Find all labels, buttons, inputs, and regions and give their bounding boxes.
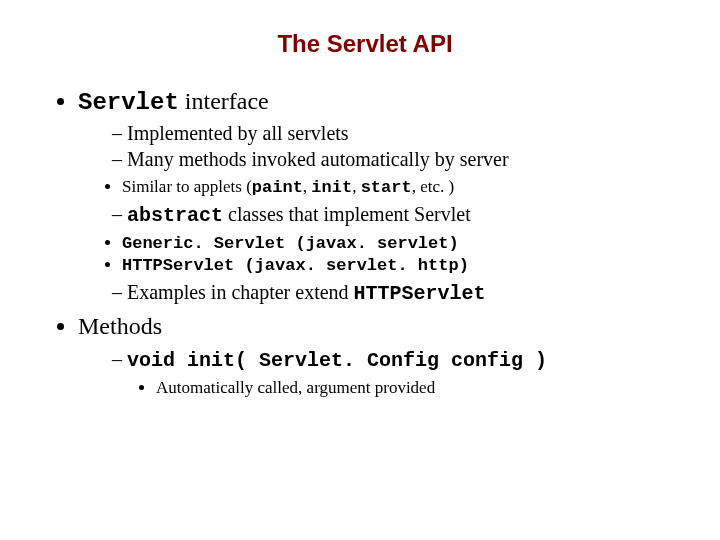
slide: The Servlet API Servlet interface Implem…: [0, 0, 720, 422]
subsub-similar-applets: Similar to applets (paint, init, start, …: [122, 177, 680, 197]
sublist: Implemented by all servlets Many methods…: [78, 122, 680, 171]
sub-abstract-classes: abstract classes that implement Servlet: [112, 203, 680, 227]
bullet-methods: Methods: [78, 313, 680, 340]
subsub-auto-called: Automatically called, argument provided: [156, 378, 680, 398]
bullet-servlet-interface: Servlet interface Implemented by all ser…: [78, 88, 680, 305]
code-servlet: Servlet: [78, 89, 179, 116]
subsublist: Similar to applets (paint, init, start, …: [78, 177, 680, 197]
sublist: void init( Servlet. Config config ): [50, 348, 680, 372]
subsublist: Generic. Servlet (javax. servlet) HTTPSe…: [78, 233, 680, 275]
sub-implemented: Implemented by all servlets: [112, 122, 680, 145]
sub-void-init: void init( Servlet. Config config ): [112, 348, 680, 372]
subsublist: Automatically called, argument provided: [50, 378, 680, 398]
subsub-generic-servlet: Generic. Servlet (javax. servlet): [122, 233, 680, 253]
bullet-list: Servlet interface Implemented by all ser…: [50, 88, 680, 340]
slide-title: The Servlet API: [50, 30, 680, 58]
sublist: Examples in chapter extend HTTPServlet: [78, 281, 680, 305]
sublist: abstract classes that implement Servlet: [78, 203, 680, 227]
sub-examples-extend: Examples in chapter extend HTTPServlet: [112, 281, 680, 305]
code-abstract: abstract: [127, 204, 223, 227]
subsub-http-servlet: HTTPServlet (javax. servlet. http): [122, 255, 680, 275]
text-interface: interface: [179, 88, 269, 114]
sub-many-methods: Many methods invoked automatically by se…: [112, 148, 680, 171]
